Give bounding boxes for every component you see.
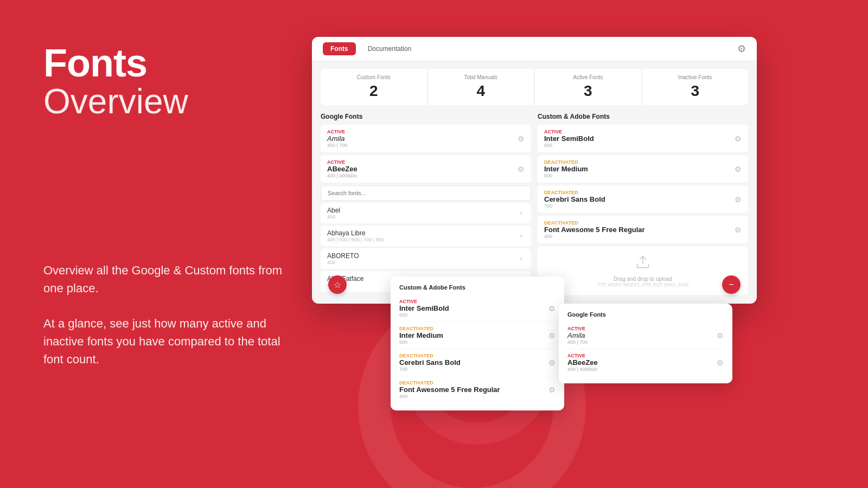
amila-settings-icon[interactable]: ⚙ <box>518 134 525 143</box>
f1-cerebri-settings[interactable]: ⚙ <box>548 358 556 367</box>
f1-fontawesome-name: Font Awesome 5 Free Regular <box>399 386 500 394</box>
stat-custom-fonts-label: Custom Fonts <box>329 74 418 80</box>
description-1: Overview all the Google & Custom fonts f… <box>43 261 293 297</box>
inter-medium-weights: 500 <box>544 173 588 178</box>
f1-inter-semibold-status: Active <box>399 299 449 304</box>
custom-adobe-title: Custom & Adobe Fonts <box>538 113 748 120</box>
stat-custom-fonts: Custom Fonts 2 <box>321 69 427 105</box>
float-google-abeezee: Active ABeeZee 400 | 400italic ⚙ <box>567 349 724 376</box>
aboreto-weight: 400 <box>327 260 359 265</box>
abeezee-settings-icon[interactable]: ⚙ <box>518 165 525 174</box>
tab-fonts[interactable]: Fonts <box>323 42 356 55</box>
upload-formats: TTF, WOFF, WOFF2, OTF, EQT (MAX. 2mb) <box>597 282 688 287</box>
f1-inter-medium-name: Inter Medium <box>399 331 443 339</box>
abel-weight: 400 <box>327 214 340 220</box>
browse-font-abhaya: Abhaya Libre 400 | 500 | 600 | 700 | 800… <box>321 226 531 247</box>
fontawesome-settings-icon[interactable]: ⚙ <box>735 226 742 234</box>
cerebri-status: Deactivated <box>544 190 605 195</box>
amila-status: Active <box>327 129 347 134</box>
f2-abeezee-weights: 400 | 400italic <box>567 367 598 372</box>
amila-name: Amila <box>327 134 347 143</box>
settings-icon[interactable]: ⚙ <box>737 43 746 55</box>
float-cerebri: Deactivated Cerebri Sans Bold 700 ⚙ <box>399 349 556 376</box>
custom-adobe-column: Custom & Adobe Fonts Active Inter SemiBo… <box>538 113 748 295</box>
google-font-amila: Active Amila 400 | 700 ⚙ <box>321 125 531 153</box>
inter-semibold-settings-icon[interactable]: ⚙ <box>735 134 742 143</box>
abel-add-icon[interactable]: ＋ <box>518 208 525 218</box>
app-window: Fonts Documentation ⚙ Custom Fonts 2 Tot… <box>312 37 757 304</box>
f1-inter-medium-settings[interactable]: ⚙ <box>548 331 556 340</box>
close-icon: − <box>729 280 733 290</box>
cerebri-weights: 700 <box>544 203 605 209</box>
float-google-amila: Active Amila 400 | 700 ⚙ <box>567 322 724 349</box>
browse-font-abel: Abel 400 ＋ <box>321 203 531 224</box>
float-card-1-title: Custom & Adobe Fonts <box>399 284 556 291</box>
f2-amila-weights: 400 | 700 <box>567 339 588 345</box>
search-input[interactable] <box>321 185 531 201</box>
stat-inactive-fonts-label: Inactive Fonts <box>651 74 740 80</box>
f2-amila-name: Amila <box>567 331 588 339</box>
tab-documentation[interactable]: Documentation <box>360 42 419 55</box>
f1-cerebri-weights: 700 <box>399 367 461 372</box>
fab-close-button[interactable]: − <box>722 275 741 294</box>
abhaya-weight: 400 | 500 | 600 | 700 | 800 <box>327 237 384 242</box>
left-panel: Fonts Overview Overview all the Google &… <box>43 43 293 368</box>
upload-area[interactable]: Drag and drop to upload TTF, WOFF, WOFF2… <box>538 246 748 295</box>
abeezee-weights: 400 | 400italic <box>327 173 358 178</box>
f1-cerebri-name: Cerebri Sans Bold <box>399 358 461 367</box>
f1-fontawesome-weights: 400 <box>399 394 500 399</box>
upload-icon <box>635 254 650 273</box>
stat-inactive-fonts-value: 3 <box>651 82 740 100</box>
f1-inter-semibold-weights: 600 <box>399 312 449 318</box>
stat-total-manuals-label: Total Manuals <box>437 74 526 80</box>
abhaya-name: Abhaya Libre <box>327 229 384 237</box>
f2-amila-status: Active <box>567 326 588 331</box>
inter-semibold-status: Active <box>544 129 594 134</box>
inter-medium-status: Deactivated <box>544 159 588 165</box>
upload-text: Drag and drop to upload <box>614 276 672 282</box>
abeezee-status: Active <box>327 159 358 165</box>
cerebri-name: Cerebri Sans Bold <box>544 195 605 203</box>
custom-font-cerebri: Deactivated Cerebri Sans Bold 700 ⚙ <box>538 185 748 214</box>
abel-name: Abel <box>327 207 340 214</box>
tab-group: Fonts Documentation <box>323 42 419 55</box>
google-fonts-title: Google Fonts <box>321 113 531 120</box>
custom-font-fontawesome: Deactivated Font Awesome 5 Free Regular … <box>538 216 748 244</box>
fontawesome-name: Font Awesome 5 Free Regular <box>544 226 645 234</box>
custom-font-inter-medium: Deactivated Inter Medium 500 ⚙ <box>538 155 748 183</box>
stat-inactive-fonts: Inactive Fonts 3 <box>642 69 749 105</box>
f2-abeezee-status: Active <box>567 353 598 358</box>
google-font-abeezee: Active ABeeZee 400 | 400italic ⚙ <box>321 155 531 183</box>
stat-custom-fonts-value: 2 <box>329 82 418 100</box>
f1-cerebri-status: Deactivated <box>399 353 461 358</box>
cerebri-settings-icon[interactable]: ⚙ <box>735 195 742 204</box>
custom-font-inter-semibold: Active Inter SemiBold 600 ⚙ <box>538 125 748 153</box>
f2-amila-settings[interactable]: ⚙ <box>717 331 724 340</box>
inter-medium-name: Inter Medium <box>544 165 588 173</box>
abhaya-add-icon[interactable]: ＋ <box>518 231 525 241</box>
amila-weights: 400 | 700 <box>327 143 347 148</box>
stat-active-fonts-label: Active Fonts <box>544 74 633 80</box>
float-inter-medium: Deactivated Inter Medium 500 ⚙ <box>399 322 556 349</box>
stats-row: Custom Fonts 2 Total Manuals 4 Active Fo… <box>321 69 748 105</box>
inter-medium-settings-icon[interactable]: ⚙ <box>735 165 742 174</box>
float-fontawesome: Deactivated Font Awesome 5 Free Regular … <box>399 376 556 403</box>
float-card-google-fonts: Google Fonts Active Amila 400 | 700 ⚙ Ac… <box>559 304 732 383</box>
stat-active-fonts-value: 3 <box>544 82 633 100</box>
f2-abeezee-name: ABeeZee <box>567 358 598 367</box>
f2-abeezee-settings[interactable]: ⚙ <box>717 358 724 367</box>
f1-fontawesome-status: Deactivated <box>399 380 500 386</box>
f1-inter-semibold-settings[interactable]: ⚙ <box>548 304 556 313</box>
google-fonts-column: Google Fonts Active Amila 400 | 700 ⚙ Ac… <box>321 113 531 295</box>
inter-semibold-name: Inter SemiBold <box>544 134 594 143</box>
inter-semibold-weights: 600 <box>544 143 594 148</box>
page-heading: Fonts <box>43 43 293 82</box>
fontawesome-status: Deactivated <box>544 220 645 226</box>
aboreto-add-icon[interactable]: ＋ <box>518 254 525 264</box>
stat-total-manuals: Total Manuals 4 <box>428 69 535 105</box>
fab-star-button[interactable]: ☆ <box>328 275 347 294</box>
f1-fontawesome-settings[interactable]: ⚙ <box>548 386 556 394</box>
float-inter-semibold: Active Inter SemiBold 600 ⚙ <box>399 295 556 322</box>
stat-total-manuals-value: 4 <box>437 82 526 100</box>
content-area: Google Fonts Active Amila 400 | 700 ⚙ Ac… <box>312 113 757 304</box>
